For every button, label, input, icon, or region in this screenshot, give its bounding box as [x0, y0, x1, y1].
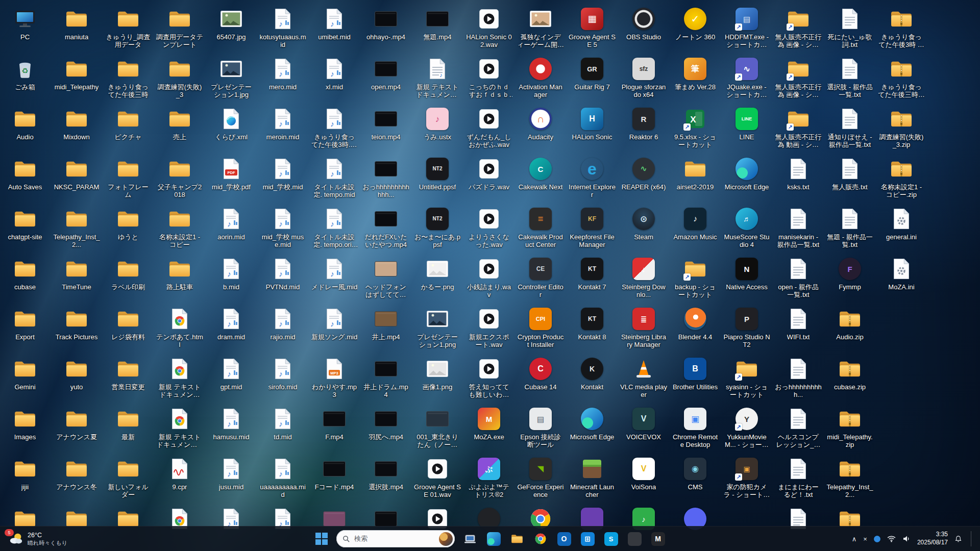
- desktop-icon[interactable]: Mixdown: [53, 106, 100, 141]
- desktop-icon[interactable]: 調査用データテンプレート: [156, 6, 203, 49]
- desktop-icon[interactable]: かるー.png: [414, 256, 461, 291]
- desktop-icon[interactable]: Fコード.mp4: [311, 456, 358, 491]
- desktop-icon[interactable]: ♪dram.mid: [208, 306, 255, 341]
- desktop-icon[interactable]: ずんだもん_しおかぜふ.wav: [465, 106, 512, 149]
- desktop-icon[interactable]: ♪mero.mid: [259, 56, 306, 91]
- taskbar-app-edge[interactable]: [483, 529, 504, 549]
- taskbar-app-m-app[interactable]: M: [648, 529, 668, 549]
- desktop-icon[interactable]: PDFmid_学校.pdf: [208, 156, 255, 191]
- desktop-icon[interactable]: ↗無人販売不正行為 画像 - ショートカッ...: [775, 6, 822, 49]
- desktop-icon[interactable]: HALion Sonic 02.wav: [465, 6, 512, 49]
- desktop-icon[interactable]: 路上駐車: [156, 256, 203, 291]
- desktop-icon[interactable]: 新規 テキスト ドキュメント (2).html: [156, 356, 203, 399]
- desktop-icon[interactable]: ksks.txt: [775, 156, 822, 191]
- desktop-icon[interactable]: ♪hamusu.mid: [208, 406, 255, 441]
- desktop-icon[interactable]: ◉CMS: [672, 456, 719, 491]
- desktop-icon[interactable]: 井上.mp4: [362, 306, 409, 341]
- desktop-icon[interactable]: テンポあて.html: [156, 306, 203, 349]
- desktop-icon[interactable]: ✓ノートン 360: [672, 6, 719, 41]
- desktop-icon[interactable]: ♪タイトル未設定. tempo.mid: [311, 156, 358, 199]
- desktop-icon[interactable]: MMoZA.exe: [465, 406, 512, 441]
- desktop-icon[interactable]: ohhayo-.mp4: [362, 6, 409, 41]
- desktop-icon[interactable]: midi_Telepathy: [53, 56, 100, 91]
- desktop-icon[interactable]: HHALion Sonic: [569, 106, 616, 141]
- desktop-icon[interactable]: ♪うみ.ustx: [414, 106, 461, 141]
- taskbar-app-microsoft-store[interactable]: ⊞: [577, 529, 598, 549]
- desktop-icon[interactable]: PC: [2, 6, 48, 41]
- desktop-icon[interactable]: 名称未設定1 - コピー.zip: [878, 156, 925, 199]
- desktop-icon[interactable]: RReaktor 6: [620, 106, 667, 141]
- desktop-icon[interactable]: midi_Telepathy.zip: [826, 406, 873, 449]
- desktop-icon[interactable]: ぷぷよぷよ™テトリス®2: [465, 456, 512, 499]
- show-desktop-button[interactable]: [971, 531, 974, 546]
- desktop-icon[interactable]: jijii: [2, 456, 48, 491]
- desktop-icon[interactable]: general.ini: [878, 206, 925, 241]
- desktop-icon[interactable]: KFKeepforest File Manager: [569, 206, 616, 249]
- desktop-icon[interactable]: chatgpt-site: [2, 206, 48, 241]
- desktop-icon[interactable]: きゅうり食ってた午後3時 .zip: [878, 6, 925, 49]
- desktop-icon[interactable]: 営業日変更: [105, 356, 152, 391]
- desktop-icon[interactable]: ♪rajio.mid: [259, 306, 306, 341]
- blue-circle-tray-icon[interactable]: [874, 536, 880, 542]
- desktop-icon[interactable]: きゅうり食ってた午後三時.zip: [878, 56, 925, 99]
- desktop-icon[interactable]: 選択肢 - 親作品一覧.txt: [826, 56, 873, 99]
- desktop-icon[interactable]: 無人販売.txt: [826, 156, 873, 191]
- desktop-icon[interactable]: GRGuitar Rig 7: [569, 56, 616, 91]
- desktop-icon[interactable]: KTKontakt 7: [569, 256, 616, 291]
- desktop-icon[interactable]: 羽尻へ.mp4: [362, 406, 409, 441]
- desktop-icon[interactable]: ラベル印刷: [105, 256, 152, 291]
- desktop-icon[interactable]: くらび.xml: [208, 106, 255, 141]
- taskbar-app-file-explorer[interactable]: [507, 529, 527, 549]
- desktop-icon[interactable]: yuto: [53, 356, 100, 391]
- desktop-icon[interactable]: airset2-2019: [672, 156, 719, 191]
- desktop-icon[interactable]: NKSC_PARAM: [53, 156, 100, 191]
- desktop-icon[interactable]: ♪sirofo.mid: [259, 356, 306, 391]
- desktop-icon[interactable]: sfzPlogue sforzando x64: [620, 56, 667, 99]
- desktop-icon[interactable]: 通知りぼせえ - 親作品一覧.txt: [826, 106, 873, 149]
- desktop-icon[interactable]: ♪uaaaaaaaaa.mid: [259, 456, 306, 499]
- desktop-icon[interactable]: プレゼンテーション1.png: [414, 306, 461, 349]
- desktop-icon[interactable]: おっhhhhhhhhhhhh...: [362, 156, 409, 199]
- desktop-icon[interactable]: だれだFXいたいたやつ.mp4: [362, 206, 409, 249]
- desktop-background[interactable]: PCmaniutaきゅうり_調査用データ調査用データテンプレート65407.jp…: [0, 0, 980, 551]
- desktop-icon[interactable]: eInternet Explorer: [569, 156, 616, 199]
- desktop-icon[interactable]: 無題 - 親作品一覧.txt: [826, 206, 873, 249]
- desktop-icon[interactable]: teion.mp4: [362, 106, 409, 141]
- desktop-icon[interactable]: ∿↗JQuake.exe - ショートカット: [723, 56, 770, 99]
- desktop-icon[interactable]: ⊙Steam: [620, 206, 667, 241]
- desktop-icon[interactable]: ▣Chrome Remote Desktop: [672, 406, 719, 449]
- desktop-icon[interactable]: 調査練習(失敗)_3.zip: [878, 106, 925, 149]
- clock[interactable]: 3:35 2025/08/17: [917, 531, 948, 546]
- desktop-icon[interactable]: 最新: [105, 406, 152, 441]
- desktop-icon[interactable]: Telepathy_Inst_2...: [53, 206, 100, 249]
- desktop-icon[interactable]: ↗backup - ショートカット: [672, 256, 719, 299]
- desktop-icon[interactable]: Minecraft Launcher: [569, 456, 616, 499]
- notification-bell-icon[interactable]: [954, 535, 962, 543]
- desktop-icon[interactable]: X↗9.5.xlsx - ショートカット: [672, 106, 719, 149]
- desktop-icon[interactable]: フォトフレーム: [105, 156, 152, 199]
- desktop-icon[interactable]: KTKontakt 8: [569, 306, 616, 341]
- start-button[interactable]: [312, 529, 331, 549]
- desktop-icon[interactable]: おっhhhhhhhhhh...: [775, 356, 822, 399]
- desktop-icon[interactable]: ↗無人販売不正行為 動画 - ショートカット: [775, 106, 822, 149]
- desktop-icon[interactable]: 新規 テキスト ドキュメント.html: [156, 406, 203, 449]
- desktop-icon[interactable]: パズドラ.wav: [465, 156, 512, 191]
- desktop-icon[interactable]: FFymmp: [826, 256, 873, 291]
- wifi-icon[interactable]: [887, 535, 896, 542]
- desktop-icon[interactable]: ♪タイトル未設定. tempo.orig1.mid: [311, 206, 358, 249]
- desktop-icon[interactable]: こっちのｈｄすおｆｄｓｂあ.wav: [465, 56, 512, 99]
- desktop-icon[interactable]: 選択肢.mp4: [362, 456, 409, 491]
- chevron-up-icon[interactable]: ∧: [852, 535, 857, 543]
- desktop-icon[interactable]: ♪td.mid: [259, 406, 306, 441]
- desktop-icon[interactable]: Y↗YukkunMovieM... - ショートカット: [723, 406, 770, 449]
- desktop-icon[interactable]: Auto Saves: [2, 156, 48, 191]
- desktop-icon[interactable]: ♪mid_学校 muse.mid: [259, 206, 306, 249]
- desktop-icon[interactable]: ♪jusu.mid: [208, 456, 255, 491]
- desktop-icon[interactable]: Microsoft Edge: [723, 156, 770, 191]
- desktop-icon[interactable]: ♪mid_学校.mid: [259, 156, 306, 191]
- desktop-icon[interactable]: ≣Steinberg Library Manager: [620, 306, 667, 349]
- desktop-icon[interactable]: ♪umibet.mid: [311, 6, 358, 41]
- desktop-icon[interactable]: ♪kotusytuaaus.mid: [259, 6, 306, 49]
- desktop-icon[interactable]: 新規エクスポート.wav: [465, 306, 512, 349]
- desktop-icon[interactable]: アナウンス冬: [53, 456, 100, 491]
